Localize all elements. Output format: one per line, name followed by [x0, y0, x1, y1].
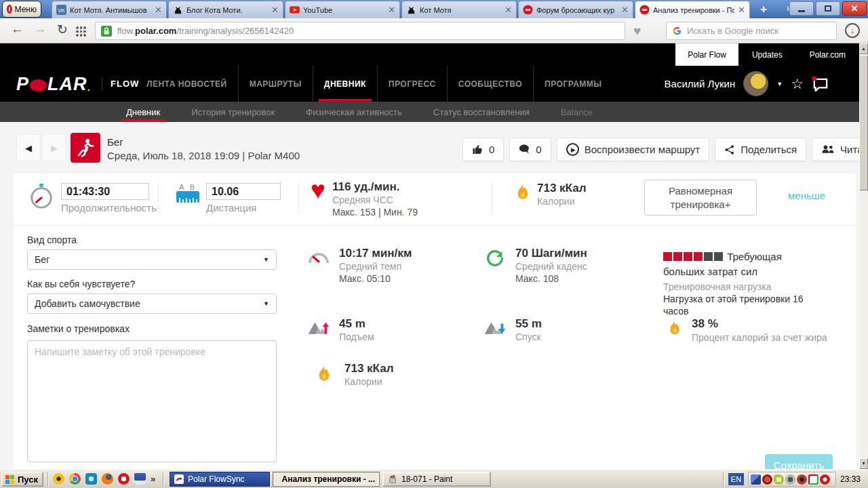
subnav-recovery[interactable]: Статус восстановления	[433, 102, 530, 122]
descent-icon	[484, 319, 507, 336]
calories-label: Калории	[537, 196, 586, 207]
opera-logo-icon	[7, 5, 12, 14]
messages-icon[interactable]	[812, 76, 829, 92]
share-button[interactable]: Поделиться	[715, 138, 806, 161]
like-button[interactable]: 0	[462, 138, 504, 161]
tab-close-icon[interactable]: ✕	[621, 5, 629, 14]
tab-title: Кот Мотя	[420, 6, 501, 14]
minimize-button[interactable]	[789, 1, 814, 16]
replay-route-button[interactable]: ▶ Воспроизвести маршрут	[557, 138, 710, 161]
feeling-label: Как вы себя чувствуете?	[27, 279, 135, 289]
scrollbar-thumb[interactable]	[859, 55, 868, 190]
tab-active-polar[interactable]: Анализ тренировки - По ✕	[635, 1, 750, 18]
updates-link[interactable]: Updates	[752, 50, 783, 60]
tab-3[interactable]: YouTube ✕	[285, 1, 400, 18]
quicklaunch-opera-icon[interactable]	[118, 473, 130, 485]
tray-flowsync-icon[interactable]	[808, 474, 818, 485]
quicklaunch-chrome-icon[interactable]	[69, 473, 81, 485]
hr-minmax: Макс. 153 | Мин. 79	[332, 207, 418, 218]
svg-text:VK: VK	[58, 7, 64, 14]
training-benefit-button[interactable]: Равномерная тренировка+	[644, 180, 757, 216]
start-button[interactable]: Пуск	[1, 472, 43, 487]
quicklaunch-save-icon[interactable]	[134, 473, 146, 485]
tab-close-icon[interactable]: ✕	[388, 5, 395, 14]
nav-programs[interactable]: ПРОГРАММЫ	[533, 66, 612, 102]
tray-lime-icon[interactable]	[774, 474, 784, 485]
polar-com-link[interactable]: Polar.com	[810, 50, 846, 60]
tab-1[interactable]: VK Кот Мотя. Антимышов ✕	[52, 1, 167, 18]
address-bar: ← → ↻ flow.polar.com/training/analysis/2…	[0, 18, 868, 43]
subnav-history[interactable]: История тренировок	[191, 102, 275, 122]
language-indicator[interactable]: EN	[728, 473, 744, 485]
cat-favicon	[173, 5, 183, 15]
nav-diary[interactable]: ДНЕВНИК	[313, 66, 377, 102]
download-icon[interactable]: ↓	[845, 23, 860, 38]
subnav-activity[interactable]: Физическая активность	[306, 102, 402, 122]
nav-progress[interactable]: ПРОГРЕСС	[377, 66, 447, 102]
browser-titlebar: Меню VK Кот Мотя. Антимышов ✕ Блог Кота …	[0, 0, 868, 18]
browser-menu-button[interactable]: Меню	[2, 1, 41, 18]
back-icon[interactable]: ←	[11, 22, 24, 37]
distance-ruler-icon	[176, 191, 199, 203]
tab-close-icon[interactable]: ✕	[271, 5, 279, 14]
quicklaunch-overflow-icon[interactable]: »	[151, 474, 155, 484]
tab-5[interactable]: Форум бросающих кур ✕	[518, 1, 633, 18]
bookmark-heart-icon[interactable]: ♥	[633, 24, 641, 39]
tab-4[interactable]: Кот Мотя ✕	[401, 1, 517, 18]
url-field[interactable]: flow.polar.com/training/analysis/2656142…	[95, 22, 625, 40]
pace-stat: 10:17 мин/км Средний темп Макс. 05:10	[307, 247, 412, 284]
close-button[interactable]: ✕	[842, 1, 867, 16]
taskbar-analysis-button[interactable]: Анализ тренировки - ...	[273, 472, 380, 487]
forward-icon[interactable]: →	[34, 22, 47, 37]
polar-logo-o	[30, 79, 47, 92]
ascent-stat: 45 m Подъем	[307, 317, 374, 342]
next-session-button[interactable]: ▶	[42, 134, 66, 161]
page-scrollbar[interactable]: ▲ ▼	[859, 43, 868, 469]
taskbar-flowsync-button[interactable]: Polar FlowSync	[170, 472, 270, 487]
nav-feed[interactable]: ЛЕНТА НОВОСТЕЙ	[136, 66, 238, 102]
subnav-diary[interactable]: Дневник	[126, 102, 160, 122]
tray-usb-icon[interactable]	[762, 474, 772, 485]
tray-disc-icon[interactable]	[797, 474, 807, 485]
user-name[interactable]: Василий Лукин	[665, 78, 736, 89]
tray-opera-icon[interactable]	[820, 474, 830, 485]
tab-close-icon[interactable]: ✕	[505, 5, 512, 14]
tab-2[interactable]: Блог Кота Моти. ✕	[168, 1, 283, 18]
tray-webcam-icon[interactable]	[785, 474, 795, 485]
quicklaunch-daemon-icon[interactable]	[53, 473, 64, 485]
new-tab-button[interactable]: +	[755, 3, 772, 16]
scroll-down-icon[interactable]: ▼	[859, 458, 868, 469]
distance-input[interactable]	[206, 183, 281, 200]
tab-title: Анализ тренировки - По	[653, 6, 734, 14]
notes-textarea[interactable]	[27, 340, 277, 462]
previous-session-button[interactable]: ◀	[16, 134, 41, 161]
quicklaunch-app-icon[interactable]	[85, 473, 97, 485]
chevron-down-icon[interactable]: ▼	[776, 81, 783, 87]
tab-close-icon[interactable]: ✕	[738, 5, 745, 14]
nav-community[interactable]: СООБЩЕСТВО	[447, 66, 533, 102]
comment-button[interactable]: 0	[509, 138, 551, 161]
taskbar-paint-button[interactable]: 18-071 - Paint	[382, 472, 491, 487]
speed-dial-icon[interactable]	[76, 26, 86, 37]
search-input[interactable]: Искать в Google поиск	[666, 22, 837, 40]
menu-button-label: Меню	[15, 5, 37, 14]
cadence-stat: 70 Шаги/мин Средний каденс Макс. 108	[483, 247, 587, 284]
tray-network-icon[interactable]	[751, 474, 761, 485]
polar-flow-link[interactable]: Polar Flow	[675, 43, 738, 66]
tab-close-icon[interactable]: ✕	[155, 5, 162, 14]
duration-input[interactable]	[61, 183, 149, 200]
feeling-select[interactable]: Добавить самочувствие ▼	[27, 293, 277, 314]
opera-icon	[277, 479, 278, 480]
scroll-up-icon[interactable]: ▲	[859, 43, 868, 54]
favorites-star-icon[interactable]: ☆	[791, 76, 804, 92]
less-link[interactable]: меньше	[788, 190, 825, 201]
maximize-button[interactable]	[816, 1, 840, 16]
sport-select[interactable]: Бег ▼	[27, 249, 277, 270]
reload-icon[interactable]: ↻	[57, 22, 68, 37]
subnav-balance[interactable]: Balance	[561, 102, 593, 122]
avatar[interactable]	[743, 71, 768, 96]
quicklaunch-firefox-icon[interactable]	[102, 473, 113, 485]
session-card: Продолжительность A B Дистанция ♥ 116 уд…	[14, 174, 856, 469]
nav-routes[interactable]: МАРШРУТЫ	[238, 66, 313, 102]
polar-logo[interactable]: PLAR.	[16, 74, 91, 95]
